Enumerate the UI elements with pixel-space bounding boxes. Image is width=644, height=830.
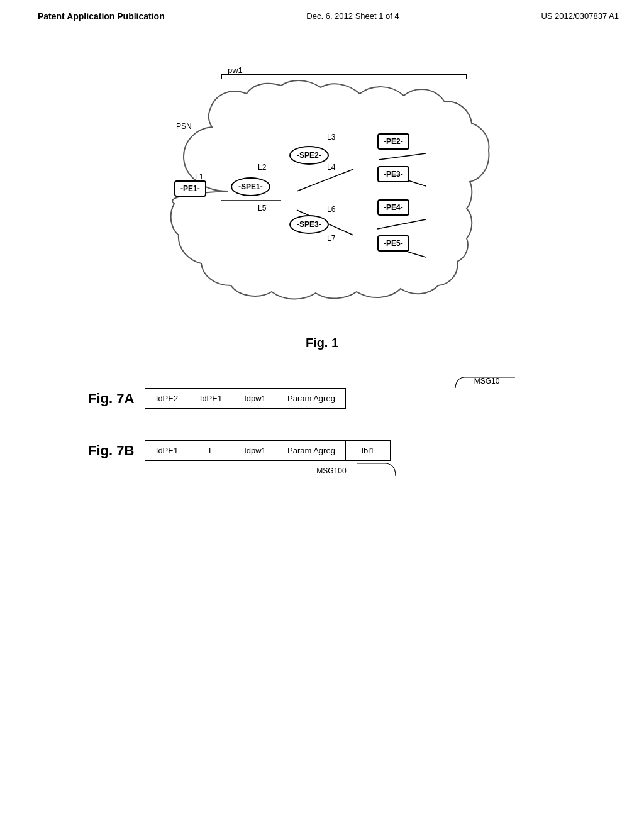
psn-label: PSN xyxy=(176,122,192,131)
publication-date-sheet: Dec. 6, 2012 Sheet 1 of 4 xyxy=(306,11,399,21)
pe4-node: -PE4- xyxy=(377,199,409,216)
fig1-caption: Fig. 1 xyxy=(38,336,606,350)
page-header: Patent Application Publication Dec. 6, 2… xyxy=(0,0,644,28)
fig7a-cell-0: IdPE2 xyxy=(145,389,189,408)
L2-label: L2 xyxy=(258,163,266,172)
spe1-node: -SPE1- xyxy=(231,177,270,196)
spe2-node: -SPE2- xyxy=(289,146,329,165)
fig7a-row: Fig. 7A IdPE2 IdPE1 Idpw1 Param Agreg xyxy=(88,388,606,409)
fig7a-cell-2: Idpw1 xyxy=(233,389,277,408)
L6-label: L6 xyxy=(327,205,335,214)
fig7b-section: Fig. 7B IdPE1 L Idpw1 Param Agreg Ibl1 M… xyxy=(50,440,606,481)
L5-label: L5 xyxy=(258,204,266,213)
fig7b-label: Fig. 7B xyxy=(88,443,138,459)
network-cloud xyxy=(165,78,492,311)
fig7b-cell-2: Idpw1 xyxy=(233,441,277,460)
fig7a-cell-3: Param Agreg xyxy=(277,389,345,408)
patent-number: US 2012/0307837 A1 xyxy=(541,11,619,21)
L3-label: L3 xyxy=(327,133,335,141)
pw1-label: pw1 xyxy=(228,65,243,75)
fig7a-label: Fig. 7A xyxy=(88,390,138,407)
fig7b-table: IdPE1 L Idpw1 Param Agreg Ibl1 xyxy=(145,440,391,461)
pe3-node: -PE3- xyxy=(377,166,409,182)
fig7a-section: MSG10 Fig. 7A IdPE2 IdPE1 Idpw1 Param Ag… xyxy=(50,388,606,409)
fig7a-cell-1: IdPE1 xyxy=(189,389,233,408)
page-content: pw1 PSN -PE1- -SPE1 xyxy=(0,28,644,494)
L1-label: L1 xyxy=(195,172,203,181)
pe1-node: -PE1- xyxy=(174,180,206,197)
fig1-diagram: pw1 PSN -PE1- -SPE1 xyxy=(102,65,542,329)
fig7b-row: Fig. 7B IdPE1 L Idpw1 Param Agreg Ibl1 xyxy=(88,440,606,461)
L7-label: L7 xyxy=(327,234,335,243)
publication-type: Patent Application Publication xyxy=(38,11,165,21)
fig7a-table: IdPE2 IdPE1 Idpw1 Param Agreg xyxy=(145,388,346,409)
msg100-label-container: MSG100 xyxy=(107,462,606,481)
fig7b-cell-0: IdPE1 xyxy=(145,441,189,460)
pe2-node: -PE2- xyxy=(377,133,409,150)
L4-label: L4 xyxy=(327,163,335,172)
spe3-node: -SPE3- xyxy=(289,215,329,234)
msg100-bracket: MSG100 xyxy=(294,462,419,481)
fig7b-cell-1: L xyxy=(189,441,233,460)
pw1-line xyxy=(221,74,467,75)
pe5-node: -PE5- xyxy=(377,235,409,252)
fig7b-cell-3: Param Agreg xyxy=(277,441,346,460)
fig7b-cell-4: Ibl1 xyxy=(346,441,390,460)
msg100-text: MSG100 xyxy=(316,467,347,475)
msg10-text: MSG10 xyxy=(474,377,500,385)
